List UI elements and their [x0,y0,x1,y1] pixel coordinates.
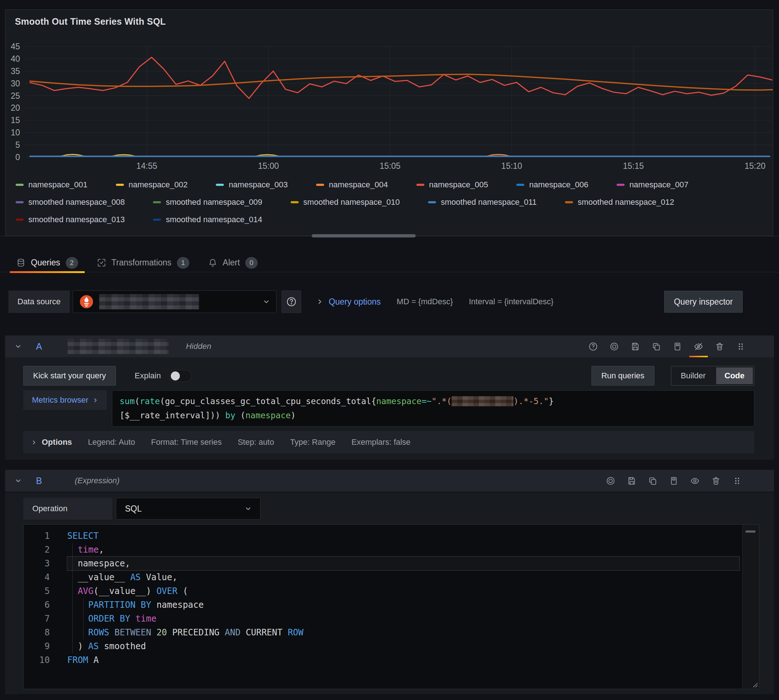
line-number: 3 [23,557,50,570]
metrics-browser-button[interactable]: Metrics browser [23,390,107,410]
legend-item[interactable]: namespace_006 [516,180,588,190]
sql-editor[interactable]: 1SELECT2 time,3 namespace,4 __value__ AS… [23,524,759,689]
explain-toggle[interactable] [169,370,192,382]
sql-line: 3 namespace, [23,557,739,570]
save-button[interactable] [630,342,640,352]
tab-transformations-label: Transformations [112,258,172,268]
indent-guide [72,543,73,557]
legend-item[interactable]: smoothed namespace_014 [153,215,262,224]
sql-line-content: AVG(__value__) OVER ( [67,584,739,598]
legend-item[interactable]: namespace_001 [16,180,88,190]
sql-line-content: FROM A [67,653,739,667]
code-token [151,627,156,638]
run-queries-button[interactable]: Run queries [592,366,654,386]
query-a-ref: A [36,341,42,352]
query-options-expander[interactable]: Query options [329,297,381,307]
line-number: 4 [23,570,50,584]
eye-slash-button[interactable] [694,342,704,352]
collapse-chevron-icon[interactable] [15,477,22,484]
legend-item[interactable]: smoothed namespace_012 [565,198,674,207]
legend-item[interactable]: smoothed namespace_008 [16,198,125,207]
code-token [67,627,88,638]
legend-series-label: namespace_007 [629,180,689,190]
tab-alert-label: Alert [223,258,240,268]
trash-button[interactable] [715,342,724,352]
indent-guide [72,612,73,625]
question-circle-button[interactable] [588,342,598,352]
sql-line-content: ORDER BY time [67,612,739,625]
legend-item[interactable]: namespace_003 [216,180,288,190]
legend-row: smoothed namespace_013smoothed namespace… [16,211,767,228]
grip-button[interactable] [736,342,746,352]
query-a-header[interactable]: A Hidden [5,335,774,357]
panel-resize-handle[interactable] [312,234,416,237]
tab-transformations[interactable]: Transformations 1 [90,253,196,272]
metrics-browser-label: Metrics browser [32,395,88,405]
sql-code: 1SELECT2 time,3 namespace,4 __value__ AS… [23,529,739,667]
copy-button[interactable] [648,476,658,486]
chevron-right-icon [31,440,37,445]
sql-line-content: time, [67,543,739,557]
line-number: 10 [23,653,50,667]
library-panel-button[interactable] [672,342,682,352]
legend-item[interactable]: namespace_005 [416,180,488,190]
collapse-chevron-icon[interactable] [15,343,22,350]
code-token [109,627,114,638]
query-inspector-button[interactable]: Query inspector [664,291,743,313]
promql-editor[interactable]: sum(rate(go_cpu_classes_gc_total_cpu_sec… [112,390,754,427]
record-button[interactable] [609,342,619,352]
copy-icon [652,342,661,352]
query-b-ref: B [36,476,42,486]
datasource-help-button[interactable] [282,290,301,313]
legend-series-label: smoothed namespace_010 [303,198,400,207]
chevron-right-icon [316,298,323,305]
grip-button[interactable] [732,476,742,486]
line-number: 8 [23,625,50,639]
kick-start-query-button[interactable]: Kick start your query [23,366,116,386]
sql-line-content: ROWS BETWEEN 20 PRECEDING AND CURRENT RO… [67,625,739,639]
legend-item[interactable]: namespace_002 [116,180,188,190]
copy-button[interactable] [652,342,661,352]
code-token: time [78,545,99,555]
code-token: ORDER BY [88,613,130,624]
query-a-toolbar: Kick start your query Explain Run querie… [23,366,754,386]
y-axis-tick-label: 35 [10,67,20,76]
legend-series-marker [316,184,324,186]
legend-item[interactable]: smoothed namespace_011 [428,198,537,207]
trash-button[interactable] [711,476,721,486]
code-token: AVG [78,586,94,596]
code-option[interactable]: Code [716,367,753,384]
y-axis-tick-label: 45 [10,42,20,51]
indent-guide [83,625,84,639]
tab-transformations-count-badge: 1 [177,257,189,269]
tab-alert[interactable]: Alert 0 [202,253,264,272]
trash-icon [711,476,721,486]
legend-item[interactable]: smoothed namespace_010 [291,198,400,207]
builder-option[interactable]: Builder [672,366,715,385]
legend-item[interactable]: namespace_004 [316,180,388,190]
legend-series-marker [116,184,124,186]
code-token: namespace [151,600,204,610]
datasource-select[interactable] [73,290,276,313]
operation-select[interactable]: SQL [116,498,261,520]
tab-queries[interactable]: Queries 2 [10,253,85,272]
library-panel-button[interactable] [669,476,679,486]
legend-item[interactable]: smoothed namespace_013 [16,215,125,224]
legend-item[interactable]: namespace_007 [617,180,689,190]
query-b-header[interactable]: B (Expression) [5,470,774,492]
y-axis-tick-label: 10 [10,128,20,137]
options-expander[interactable]: Options [31,438,72,447]
x-axis-tick-label: 15:05 [380,161,401,171]
eye-button[interactable] [690,476,700,486]
editor-resize-handle[interactable] [750,680,758,688]
code-token: time [135,613,157,624]
record-button[interactable] [606,476,615,486]
save-button[interactable] [627,476,637,486]
indent-guide [72,639,73,653]
legend-item[interactable]: smoothed namespace_009 [153,198,262,207]
promql-line: sum(rate(go_cpu_classes_gc_total_cpu_sec… [120,394,747,408]
chevron-down-icon [245,505,251,512]
query-b-actions [606,476,742,486]
eye-slash-icon [694,342,704,352]
bell-icon [208,258,217,267]
